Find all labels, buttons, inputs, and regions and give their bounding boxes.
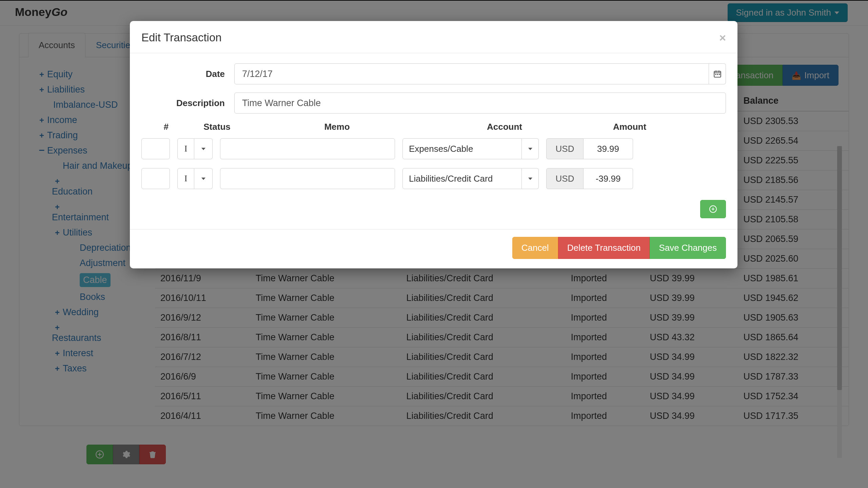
split-memo-input[interactable] (220, 168, 395, 189)
split-account-value: Expenses/Cable (402, 138, 522, 159)
split-amount-input[interactable]: USD-39.99 (546, 168, 633, 189)
split-row: IExpenses/CableUSD39.99 (141, 138, 726, 159)
split-status-caret[interactable] (194, 138, 213, 159)
split-status-value: I (177, 168, 194, 189)
split-amount-value[interactable]: -39.99 (584, 168, 633, 189)
split-header-amount: Amount (578, 122, 681, 132)
modal-footer: Cancel Delete Transaction Save Changes (130, 229, 737, 268)
split-currency-label: USD (546, 168, 584, 189)
svg-rect-4 (719, 74, 720, 75)
split-header: # Status Memo Account Amount (141, 122, 726, 132)
description-input[interactable]: Time Warner Cable (234, 93, 726, 114)
caret-down-icon (201, 148, 205, 150)
edit-transaction-modal: Edit Transaction × Date 7/12/17 Descript… (130, 21, 737, 268)
delete-transaction-button[interactable]: Delete Transaction (558, 237, 650, 259)
split-header-account: Account (431, 122, 578, 132)
calendar-icon (713, 69, 722, 78)
date-label: Date (141, 69, 234, 79)
split-memo-input[interactable] (220, 138, 395, 159)
cancel-button[interactable]: Cancel (512, 237, 558, 259)
caret-down-icon (528, 178, 532, 180)
split-row: ILiabilities/Credit CardUSD-39.99 (141, 168, 726, 189)
split-account-caret[interactable] (522, 168, 539, 189)
date-input[interactable]: 7/12/17 (234, 63, 709, 84)
plus-circle-icon: + (709, 205, 717, 213)
modal-title: Edit Transaction (141, 31, 222, 44)
split-account-select[interactable]: Liabilities/Credit Card (402, 168, 539, 189)
split-header-status: Status (191, 122, 243, 132)
date-picker-button[interactable] (709, 63, 726, 84)
split-account-value: Liabilities/Credit Card (402, 168, 522, 189)
split-header-memo: Memo (243, 122, 431, 132)
split-num-input[interactable] (141, 138, 170, 159)
modal-close-button[interactable]: × (719, 32, 726, 43)
split-account-caret[interactable] (522, 138, 539, 159)
save-changes-button[interactable]: Save Changes (650, 237, 726, 259)
split-amount-input[interactable]: USD39.99 (546, 138, 633, 159)
split-status-select[interactable]: I (177, 168, 213, 189)
split-currency-label: USD (546, 138, 584, 159)
split-header-num: # (141, 122, 191, 132)
description-label: Description (141, 98, 234, 108)
split-num-input[interactable] (141, 168, 170, 189)
split-account-select[interactable]: Expenses/Cable (402, 138, 539, 159)
split-status-value: I (177, 138, 194, 159)
split-status-caret[interactable] (194, 168, 213, 189)
add-split-button[interactable]: + (700, 200, 726, 218)
svg-rect-2 (715, 74, 716, 75)
split-amount-value[interactable]: 39.99 (584, 138, 633, 159)
split-status-select[interactable]: I (177, 138, 213, 159)
svg-rect-3 (717, 74, 718, 75)
caret-down-icon (201, 178, 205, 180)
caret-down-icon (528, 148, 532, 150)
